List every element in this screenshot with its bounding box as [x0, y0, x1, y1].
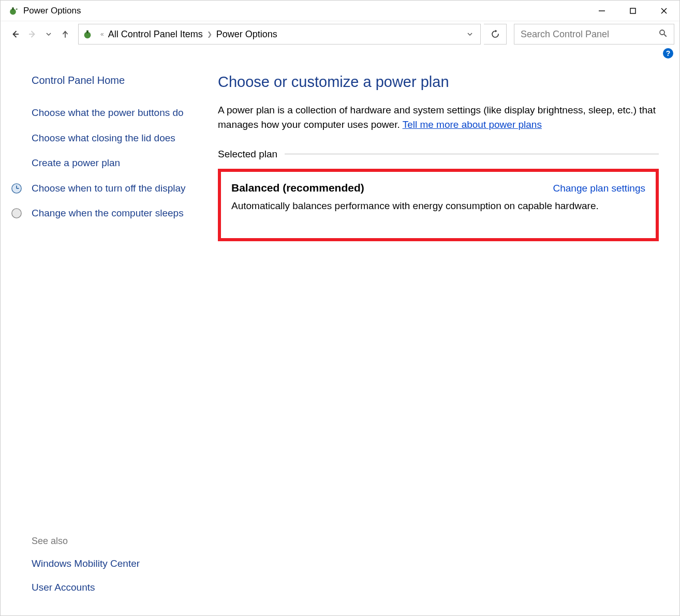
- plan-description: Automatically balances performance with …: [231, 199, 645, 213]
- maximize-button[interactable]: [617, 1, 648, 21]
- svg-point-11: [660, 30, 664, 35]
- section-header: Selected plan: [218, 147, 659, 162]
- sidebar-home-link[interactable]: Control Panel Home: [32, 73, 194, 87]
- window-frame: Power Options: [0, 0, 680, 616]
- minimize-button[interactable]: [586, 1, 617, 21]
- search-input[interactable]: [521, 29, 658, 40]
- sidebar-item-lid-close[interactable]: Choose what closing the lid does: [32, 131, 194, 145]
- svg-rect-3: [630, 8, 635, 13]
- up-button[interactable]: [57, 26, 73, 42]
- plan-name: Balanced (recommended): [231, 180, 364, 196]
- app-icon: [8, 6, 18, 16]
- svg-rect-10: [86, 31, 88, 33]
- see-also-heading: See also: [32, 535, 194, 548]
- sidebar: Control Panel Home Choose what the power…: [1, 66, 208, 615]
- search-icon[interactable]: [658, 28, 668, 40]
- section-divider: [285, 154, 659, 154]
- forward-button[interactable]: [24, 26, 40, 42]
- navigation-bar: « All Control Panel Items ❯ Power Option…: [1, 21, 679, 47]
- clock-icon: [11, 183, 22, 194]
- back-button[interactable]: [8, 26, 23, 42]
- see-also-user-accounts[interactable]: User Accounts: [32, 581, 194, 595]
- titlebar: Power Options: [1, 1, 679, 21]
- recent-locations-button[interactable]: [41, 26, 56, 42]
- address-dropdown-button[interactable]: [463, 29, 477, 40]
- address-bar[interactable]: « All Control Panel Items ❯ Power Option…: [78, 24, 481, 45]
- see-also-mobility-center[interactable]: Windows Mobility Center: [32, 557, 194, 571]
- section-label: Selected plan: [218, 147, 277, 162]
- sidebar-item-label: Change when the computer sleeps: [32, 208, 184, 218]
- plan-header: Balanced (recommended) Change plan setti…: [231, 180, 645, 196]
- breadcrumb-root-chevron[interactable]: «: [98, 31, 106, 38]
- breadcrumb-segment[interactable]: All Control Panel Items: [106, 29, 205, 40]
- window-controls: [586, 1, 679, 21]
- change-plan-settings-link[interactable]: Change plan settings: [553, 181, 645, 196]
- sidebar-item-sleep[interactable]: Change when the computer sleeps: [32, 207, 194, 221]
- refresh-button[interactable]: [484, 24, 507, 45]
- moon-icon: [11, 208, 22, 219]
- address-bar-icon: [82, 28, 93, 40]
- chevron-right-icon[interactable]: ❯: [205, 31, 214, 38]
- breadcrumb-segment[interactable]: Power Options: [214, 29, 279, 40]
- nav-arrows: [6, 26, 75, 42]
- learn-more-link[interactable]: Tell me more about power plans: [403, 119, 542, 130]
- sidebar-item-label: Choose when to turn off the display: [32, 183, 186, 194]
- sidebar-item-power-buttons[interactable]: Choose what the power buttons do: [32, 106, 194, 120]
- svg-line-12: [664, 34, 667, 37]
- search-box[interactable]: [514, 24, 674, 45]
- content-top: ?: [1, 47, 679, 60]
- window-title: Power Options: [23, 6, 586, 16]
- main-panel: Choose or customize a power plan A power…: [208, 66, 679, 615]
- close-button[interactable]: [648, 1, 679, 21]
- page-heading: Choose or customize a power plan: [218, 71, 659, 93]
- content-area: Control Panel Home Choose what the power…: [1, 60, 679, 615]
- selected-plan-box: Balanced (recommended) Change plan setti…: [218, 169, 659, 241]
- sidebar-item-create-plan[interactable]: Create a power plan: [32, 156, 194, 170]
- svg-rect-1: [12, 7, 13, 10]
- page-description: A power plan is a collection of hardware…: [218, 103, 659, 131]
- svg-point-16: [12, 209, 21, 218]
- sidebar-item-display-off[interactable]: Choose when to turn off the display: [32, 182, 194, 196]
- help-icon[interactable]: ?: [663, 48, 673, 58]
